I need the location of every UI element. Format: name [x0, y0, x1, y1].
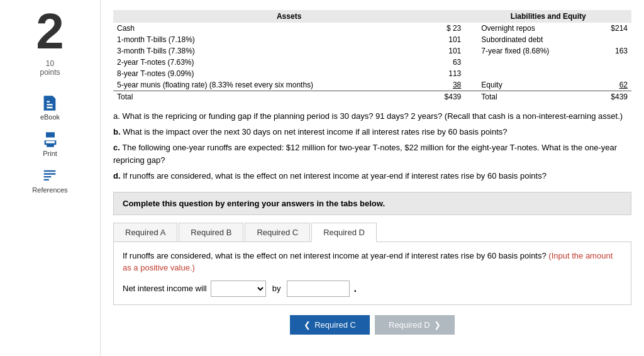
liability-name: Equity: [477, 79, 594, 91]
next-arrow-icon: [434, 320, 441, 330]
print-icon: [42, 131, 59, 148]
net-interest-income-amount-input[interactable]: [287, 281, 350, 297]
tab-required-b[interactable]: Required B: [179, 223, 243, 242]
tab-required-c[interactable]: Required C: [245, 223, 310, 242]
asset-name: 1-month T-bills (7.18%): [113, 34, 428, 45]
prev-button[interactable]: Required C: [290, 315, 370, 335]
answer-label: Net interest income will: [123, 284, 207, 293]
question-d: d. If runoffs are considered, what is th…: [113, 170, 631, 183]
sidebar: 2 10 points eBook Print References: [0, 0, 101, 356]
liability-amount: 163: [594, 45, 631, 57]
liability-name: [477, 68, 594, 79]
references-icon: [41, 167, 58, 185]
table-row: 5-year munis (floating rate) (8.33% rese…: [113, 79, 631, 91]
asset-name: Cash: [113, 23, 428, 34]
instructions-box: Complete this question by entering your …: [113, 192, 631, 215]
table-row: 8-year T-notes (9.09%) 113: [113, 68, 631, 79]
answer-row: Net interest income will increase decrea…: [123, 281, 622, 297]
questions-section: a. What is the repricing or funding gap …: [113, 110, 631, 183]
next-button-label: Required D: [389, 320, 430, 330]
print-label: Print: [43, 150, 57, 157]
table-row: 1-month T-bills (7.18%) 101 Subordinated…: [113, 34, 631, 45]
asset-amount: 63: [428, 57, 465, 68]
ebook-icon: [41, 94, 58, 112]
asset-amount: 113: [428, 68, 465, 79]
assets-header: Assets: [113, 10, 465, 23]
asset-amount: 38: [428, 79, 465, 91]
liability-amount: [594, 57, 631, 68]
ebook-label: eBook: [40, 113, 60, 121]
asset-total-amount: $439: [428, 91, 465, 103]
liability-amount: [594, 34, 631, 45]
asset-amount: 101: [428, 34, 465, 45]
liability-name: [477, 57, 594, 68]
question-b: b. What is the impact over the next 30 d…: [113, 126, 631, 139]
question-number: 2: [36, 6, 64, 57]
by-label: by: [270, 284, 284, 293]
asset-amount: 101: [428, 45, 465, 57]
asset-name: 2-year T-notes (7.63%): [113, 57, 428, 68]
balance-sheet-table: Assets Liabilities and Equity Cash $ 23 …: [113, 10, 631, 103]
liability-amount: [594, 68, 631, 79]
table-row: 2-year T-notes (7.63%) 63: [113, 57, 631, 68]
liability-amount: $214: [594, 23, 631, 34]
instructions-text: Complete this question by entering your …: [123, 199, 385, 208]
references-label: References: [32, 186, 67, 194]
tabs-container: Required A Required B Required C Require…: [113, 223, 631, 242]
table-row: Cash $ 23 Overnight repos $214: [113, 23, 631, 34]
liability-total-label: Total: [477, 91, 594, 103]
points-label: 10 points: [40, 59, 60, 77]
tab-required-d[interactable]: Required D: [311, 223, 377, 242]
tab-content-required-d: If runoffs are considered, what is the e…: [113, 242, 631, 305]
answer-dot: .: [353, 283, 356, 294]
question-c: c. The following one-year runoffs are ex…: [113, 142, 631, 168]
prev-arrow-icon: [304, 320, 311, 330]
main-content: Assets Liabilities and Equity Cash $ 23 …: [101, 0, 644, 356]
asset-name: 5-year munis (floating rate) (8.33% rese…: [113, 79, 428, 91]
asset-name: 3-month T-bills (7.38%): [113, 45, 428, 57]
tab-d-question: If runoffs are considered, what is the e…: [123, 250, 622, 274]
liability-amount: 62: [594, 79, 631, 91]
table-row-total: Total $439 Total $439: [113, 91, 631, 103]
table-row: 3-month T-bills (7.38%) 101 7-year fixed…: [113, 45, 631, 57]
liability-name: Subordinated debt: [477, 34, 594, 45]
liability-total-amount: $439: [594, 91, 631, 103]
asset-name: 8-year T-notes (9.09%): [113, 68, 428, 79]
asset-total-label: Total: [113, 91, 428, 103]
net-interest-income-direction-select[interactable]: increase decrease: [211, 281, 266, 297]
liability-name: Overnight repos: [477, 23, 594, 34]
question-a: a. What is the repricing or funding gap …: [113, 110, 631, 123]
tab-required-a[interactable]: Required A: [113, 223, 177, 242]
sidebar-item-print[interactable]: Print: [42, 131, 59, 157]
liability-name: 7-year fixed (8.68%): [477, 45, 594, 57]
asset-amount: $ 23: [428, 23, 465, 34]
next-button[interactable]: Required D: [375, 315, 455, 335]
sidebar-item-references[interactable]: References: [32, 167, 67, 194]
liabilities-header: Liabilities and Equity: [465, 10, 631, 23]
prev-button-label: Required C: [314, 320, 356, 330]
nav-buttons: Required C Required D: [113, 315, 631, 335]
sidebar-item-ebook[interactable]: eBook: [40, 94, 60, 121]
